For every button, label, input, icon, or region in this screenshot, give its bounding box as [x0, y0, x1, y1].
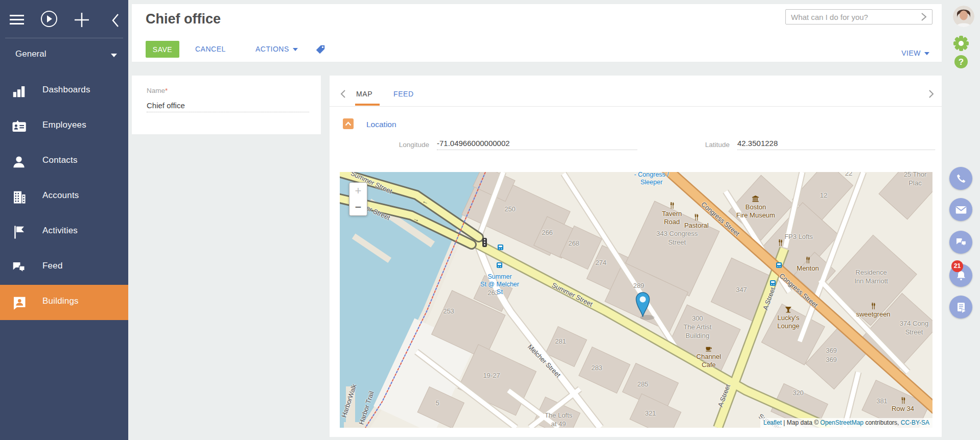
sidebar-item-accounts[interactable]: Accounts [0, 179, 128, 214]
building-icon [11, 189, 27, 205]
page-title: Chief office [146, 11, 221, 27]
chevron-down-icon [924, 52, 929, 55]
user-avatar[interactable] [953, 6, 974, 27]
leaflet-link[interactable]: Leaflet [763, 419, 782, 426]
tag-icon[interactable] [315, 44, 326, 55]
sidebar-item-label: Buildings [42, 296, 79, 306]
search-input[interactable] [791, 10, 914, 24]
save-button[interactable]: SAVE [146, 41, 179, 58]
location-section-title: Location [366, 120, 396, 129]
right-rail: ? 21 [942, 0, 980, 440]
sidebar-divider [5, 38, 123, 38]
latitude-label: Latitude [661, 141, 730, 149]
bar-chart-icon [11, 84, 27, 99]
longitude-field[interactable]: -71.04966000000002 [437, 139, 637, 150]
attribution-text: | Map data © [782, 419, 820, 426]
view-button[interactable]: VIEW [901, 45, 929, 62]
sidebar-item-label: Feed [42, 261, 63, 271]
sidebar-item-feed[interactable]: Feed [0, 250, 128, 285]
gear-icon[interactable] [952, 35, 970, 53]
license-link[interactable]: CC-BY-SA [901, 419, 929, 426]
sidebar-item-buildings[interactable]: Buildings [0, 285, 128, 320]
command-line [785, 9, 932, 25]
help-icon[interactable]: ? [954, 55, 968, 69]
map-zoom-control: + − [349, 182, 367, 216]
sidebar-item-activities[interactable]: Activities [0, 214, 128, 250]
tab-feed[interactable]: FEED [393, 90, 414, 98]
page-header: Chief office SAVE CANCEL ACTIONS VIEW [132, 4, 942, 62]
tab-divider [330, 106, 942, 107]
longitude-label: Longitude [360, 141, 429, 149]
latitude-field[interactable]: 42.3501228 [737, 139, 935, 150]
chevron-down-icon [111, 54, 117, 57]
workspace-selector[interactable]: General [0, 45, 128, 64]
name-label-text: Name [147, 87, 165, 94]
map[interactable]: Summer StreetSummer StreetSummer StreetS… [340, 172, 932, 428]
run-process-icon[interactable] [39, 9, 59, 30]
app-root: General Dashboards Employees Contacts [0, 0, 980, 440]
chat-icon[interactable] [949, 231, 972, 254]
person-badge-icon [11, 295, 27, 310]
tab-map[interactable]: MAP [356, 90, 372, 98]
map-attribution: Leaflet | Map data © OpenStreetMap contr… [760, 418, 932, 428]
sidebar: General Dashboards Employees Contacts [0, 0, 128, 440]
sidebar-item-label: Contacts [42, 155, 78, 165]
cancel-button[interactable]: CANCEL [195, 41, 226, 58]
chat-bubbles-icon [11, 260, 27, 275]
actions-button[interactable]: ACTIONS [255, 41, 298, 58]
collapse-section-icon[interactable] [343, 118, 354, 129]
sidebar-item-label: Dashboards [42, 85, 90, 95]
process-log-icon[interactable] [949, 296, 972, 319]
tabs-scroll-left-icon[interactable] [338, 89, 348, 100]
svg-text:?: ? [959, 57, 964, 67]
notification-badge: 21 [951, 260, 963, 272]
zoom-in-button[interactable]: + [349, 183, 367, 199]
chevron-down-icon [293, 48, 298, 51]
phone-icon[interactable] [949, 167, 972, 190]
chevron-right-icon[interactable] [918, 11, 930, 23]
bell-icon[interactable]: 21 [949, 264, 972, 287]
sidebar-toolbar [0, 9, 128, 32]
actions-label: ACTIONS [255, 45, 289, 53]
sidebar-item-label: Activities [42, 226, 78, 236]
add-record-icon[interactable] [72, 10, 92, 31]
detail-card: MAP FEED Location Longitude -71.04966000… [330, 76, 942, 437]
mail-icon[interactable] [949, 198, 972, 221]
collapse-sidebar-icon[interactable] [105, 11, 126, 31]
flag-icon [11, 225, 27, 240]
sidebar-item-label: Accounts [42, 190, 79, 201]
hamburger-menu-icon[interactable] [7, 10, 28, 31]
sidebar-item-contacts[interactable]: Contacts [0, 144, 128, 179]
tabs-scroll-right-icon[interactable] [926, 89, 937, 100]
person-icon [11, 154, 27, 169]
id-card-icon [11, 119, 27, 134]
record-edit-card: Name* Chief office [132, 76, 321, 134]
sidebar-item-label: Employees [42, 120, 86, 130]
attribution-text: contributors, [864, 419, 901, 426]
openstreetmap-link[interactable]: OpenStreetMap [820, 419, 864, 426]
view-label: VIEW [901, 49, 921, 57]
required-mark: * [165, 87, 168, 94]
name-field-label: Name* [147, 87, 168, 94]
workspace-label: General [15, 49, 46, 59]
zoom-out-button[interactable]: − [349, 199, 367, 215]
sidebar-item-dashboards[interactable]: Dashboards [0, 74, 128, 109]
active-tab-underline [355, 104, 380, 106]
sidebar-item-employees[interactable]: Employees [0, 109, 128, 144]
name-field[interactable]: Chief office [147, 101, 309, 112]
map-marker[interactable] [634, 290, 651, 317]
